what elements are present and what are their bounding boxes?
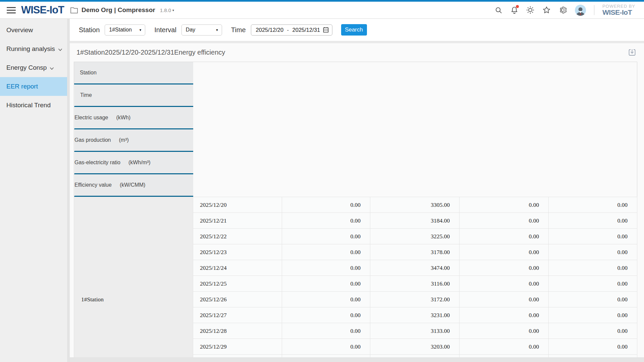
version-selector[interactable]: 1.8.0 ▾ <box>160 7 174 13</box>
time-cell: 2025/12/21 <box>193 213 282 229</box>
version-label: 1.8.0 <box>160 7 171 13</box>
value-cell: 0.00 <box>549 323 637 339</box>
powered-by: POWERED BY WISE-IoT <box>602 4 635 16</box>
col-header-unit: (kWh) <box>116 114 131 121</box>
value-cell: 0.00 <box>282 276 370 292</box>
settings-icon[interactable] <box>559 6 567 14</box>
value-cell: 0.00 <box>549 292 637 307</box>
brightness-icon[interactable] <box>526 6 534 14</box>
filter-bar: Station 1#Station ▾ Interval Day ▾ Time … <box>70 19 644 41</box>
value-cell: 3178.00 <box>370 244 460 260</box>
col-header-unit: (m³) <box>119 136 129 144</box>
date-range-input[interactable]: 2025/12/20 - 2025/12/31 <box>251 24 332 36</box>
time-cell: 2025/12/27 <box>193 307 282 323</box>
value-cell: 0.00 <box>460 244 549 260</box>
col-header-efficiency-value: Efficiency value(kW/CMM) <box>74 174 193 197</box>
calendar-icon <box>323 27 329 33</box>
value-cell: 0.00 <box>460 292 549 307</box>
chevron-down-icon <box>50 67 54 70</box>
value-cell: 0.00 <box>549 197 637 213</box>
station-label: Station <box>79 26 100 34</box>
table-row: 1#Station2025/12/200.003305.000.000.00 <box>74 197 637 213</box>
value-cell: 3133.00 <box>370 323 460 339</box>
col-header-label: Station <box>80 69 97 76</box>
value-cell: 0.00 <box>282 229 370 244</box>
sidebar-item-energy-consp[interactable]: Energy Consp <box>0 58 67 77</box>
col-header-time: Time <box>74 84 193 107</box>
col-header-label: Electric usage <box>74 114 108 121</box>
sidebar-item-label: Historical Trend <box>6 102 51 109</box>
interval-select[interactable]: Day ▾ <box>181 24 222 36</box>
col-header-label: Gas production <box>74 136 111 144</box>
value-cell: 0.00 <box>549 339 637 355</box>
station-cell: 1#Station <box>74 197 193 362</box>
sidebar-item-label: EER report <box>6 83 38 90</box>
search-button[interactable]: Search <box>341 24 367 36</box>
download-icon[interactable] <box>628 48 636 57</box>
org-name[interactable]: Demo Org | Compressor <box>82 6 155 14</box>
time-cell: 2025/12/26 <box>193 292 282 307</box>
col-header-gas-electricity-ratio: Gas-electricity ratio(kWh/m³) <box>74 152 193 174</box>
chevron-down-icon: ▾ <box>140 28 142 32</box>
report-title: 1#Station2025/12/20-2025/12/31Energy eff… <box>76 49 225 56</box>
search-icon[interactable] <box>495 6 502 14</box>
col-header-label: Efficiency value <box>74 181 112 189</box>
value-cell: 0.00 <box>460 260 549 276</box>
value-cell: 0.00 <box>282 307 370 323</box>
time-cell: 2025/12/22 <box>193 229 282 244</box>
horizontal-scrollbar[interactable] <box>70 357 644 362</box>
time-cell: 2025/12/23 <box>193 244 282 260</box>
filter-separator <box>70 41 644 43</box>
station-select-value: 1#Station <box>109 27 132 33</box>
value-cell: 3203.00 <box>370 339 460 355</box>
vertical-scrollbar[interactable] <box>67 19 70 362</box>
time-label: Time <box>231 26 246 34</box>
app-logo: WISE-IoT <box>21 4 64 16</box>
value-cell: 0.00 <box>460 307 549 323</box>
sidebar: OverviewRunning analysisEnergy ConspEER … <box>0 19 67 362</box>
station-select[interactable]: 1#Station ▾ <box>105 24 145 36</box>
report-section: 1#Station2025/12/20-2025/12/31Energy eff… <box>70 43 644 362</box>
date-end: 2025/12/31 <box>292 27 320 33</box>
value-cell: 3305.00 <box>370 197 460 213</box>
app-window: WISE-IoT Demo Org | Compressor 1.8.0 ▾ <box>0 0 644 362</box>
chevron-down-icon <box>58 48 62 51</box>
time-cell: 2025/12/28 <box>193 323 282 339</box>
interval-label: Interval <box>154 26 176 34</box>
sidebar-item-label: Overview <box>6 26 33 34</box>
value-cell: 0.00 <box>460 229 549 244</box>
col-header-unit: (kWh/m³) <box>128 159 151 166</box>
favorites-icon[interactable] <box>542 6 551 14</box>
col-header-station: Station <box>74 62 193 84</box>
sidebar-item-historical-trend[interactable]: Historical Trend <box>0 96 67 115</box>
sidebar-item-running-analysis[interactable]: Running analysis <box>0 40 67 58</box>
header-divider <box>594 5 594 15</box>
user-avatar[interactable] <box>575 5 586 16</box>
value-cell: 3172.00 <box>370 292 460 307</box>
col-header-label: Gas-electricity ratio <box>74 159 120 166</box>
value-cell: 0.00 <box>282 244 370 260</box>
time-cell: 2025/12/20 <box>193 197 282 213</box>
value-cell: 0.00 <box>282 323 370 339</box>
time-cell: 2025/12/24 <box>193 260 282 276</box>
sidebar-item-label: Energy Consp <box>6 64 47 71</box>
value-cell: 0.00 <box>460 276 549 292</box>
sidebar-item-eer-report[interactable]: EER report <box>0 77 67 96</box>
value-cell: 0.00 <box>549 244 637 260</box>
date-start: 2025/12/20 <box>256 27 284 33</box>
table-header: StationTimeElectric usage(kWh)Gas produc… <box>74 62 637 197</box>
value-cell: 0.00 <box>460 197 549 213</box>
menu-icon[interactable] <box>7 7 16 13</box>
org-folder-icon <box>70 6 78 14</box>
value-cell: 0.00 <box>460 213 549 229</box>
powered-by-brand: WISE-IoT <box>602 9 635 16</box>
sidebar-item-label: Running analysis <box>6 45 55 53</box>
notification-badge <box>516 5 519 8</box>
value-cell: 0.00 <box>282 339 370 355</box>
value-cell: 3116.00 <box>370 276 460 292</box>
date-separator: - <box>286 27 290 33</box>
sidebar-item-overview[interactable]: Overview <box>0 21 67 40</box>
eer-table: StationTimeElectric usage(kWh)Gas produc… <box>74 62 637 362</box>
notifications-icon[interactable] <box>511 6 518 14</box>
powered-by-label: POWERED BY <box>602 4 635 9</box>
